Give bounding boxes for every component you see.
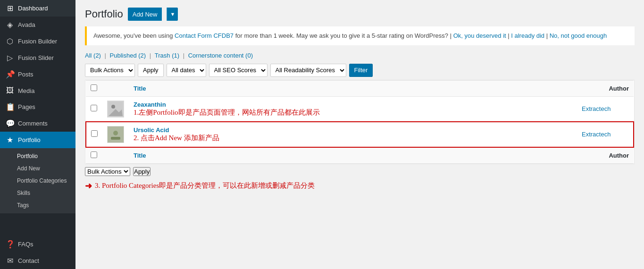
table-header-row: Title Author <box>86 80 634 96</box>
sidebar-item-label: Dashboard <box>18 5 48 12</box>
sidebar-item-label: Contact <box>18 257 39 264</box>
svg-point-4 <box>113 131 118 135</box>
sidebar-item-dashboard[interactable]: ⊞ Dashboard <box>0 0 75 17</box>
thumbnail-image-icon <box>109 102 123 116</box>
filter-tab-trash[interactable]: Trash (1) <box>155 52 179 59</box>
row-author-cell: Extractech <box>577 96 634 122</box>
row-title-link[interactable]: Zeaxanthin <box>134 101 166 108</box>
submenu-portfolio[interactable]: Portfolio <box>0 150 75 162</box>
sidebar-item-label: Fusion Builder <box>18 38 57 45</box>
bottom-apply-button[interactable]: Apply <box>133 167 151 176</box>
sidebar-item-comments[interactable]: 💬 Comments <box>0 115 75 132</box>
row-thumb-cell <box>102 96 129 122</box>
submenu-skills[interactable]: Skills <box>0 187 75 199</box>
sidebar-item-label: Pages <box>18 103 35 110</box>
notice-link-ok[interactable]: Ok, you deserved it <box>453 32 506 39</box>
footer-thumb-col <box>102 147 129 164</box>
row-thumbnail <box>107 101 124 118</box>
sidebar-item-label: Portfolio <box>18 136 41 143</box>
thumb-col-header <box>102 80 129 96</box>
notice-link-did[interactable]: I already did <box>511 32 544 39</box>
sidebar-item-label: Fusion Slider <box>18 54 54 61</box>
table-footer-row: Title Author <box>86 147 634 164</box>
sidebar-item-fusion-slider[interactable]: ▷ Fusion Slider <box>0 50 75 66</box>
sidebar-item-label: Posts <box>18 71 33 78</box>
filter-button[interactable]: Filter <box>349 64 373 77</box>
bulk-actions-select[interactable]: Bulk Actions <box>85 64 135 77</box>
apply-button[interactable]: Apply <box>138 64 164 77</box>
portfolio-icon: ★ <box>6 135 14 144</box>
filter-sep3: | <box>183 52 186 59</box>
active-arrow-icon: ◀ <box>65 136 70 144</box>
page-title: Portfolio <box>85 8 123 20</box>
fusion-slider-icon: ▷ <box>6 53 14 62</box>
footer-select-all-col <box>86 147 102 164</box>
annotation-3-container: ➜ 3. Portfolio Categories即是产品分类管理，可以在此新增… <box>85 181 635 191</box>
filter-sep2: | <box>150 52 153 59</box>
svg-point-1 <box>111 105 115 109</box>
annotation-2: 2. 点击Add New 添加新产品 <box>134 134 572 143</box>
footer-author-col: Author <box>577 147 634 164</box>
readability-scores-select[interactable]: All Readability Scores <box>270 64 346 77</box>
filter-tab-published[interactable]: Published (2) <box>110 52 146 59</box>
filter-tab-all[interactable]: All (2) <box>85 52 101 59</box>
author-col-header: Author <box>577 80 634 96</box>
row-checkbox[interactable] <box>91 130 98 137</box>
dashboard-icon: ⊞ <box>6 4 14 13</box>
sidebar-item-avada[interactable]: ◈ Avada <box>0 17 75 33</box>
submenu-tags[interactable]: Tags <box>0 199 75 211</box>
svg-rect-5 <box>111 137 120 140</box>
fusion-builder-icon: ⬡ <box>6 37 14 46</box>
annotation-1: 1.左侧Portfolio即是产品页面管理，网站所有产品都在此展示 <box>134 108 572 117</box>
notice-link-no[interactable]: No, not good enough <box>550 32 607 39</box>
thumbnail-photo-icon <box>109 127 123 142</box>
table-row: Zeaxanthin 1.左侧Portfolio即是产品页面管理，网站所有产品都… <box>86 96 634 122</box>
submenu-add-new[interactable]: Add New <box>0 162 75 175</box>
row-checkbox-cell <box>86 122 102 147</box>
page-header: Portfolio Add New ▼ <box>85 8 635 21</box>
sidebar-item-media[interactable]: 🖼 Media <box>0 83 75 99</box>
contact-icon: ✉ <box>6 256 14 265</box>
add-new-button[interactable]: Add New <box>128 8 162 21</box>
sidebar-item-faqs[interactable]: ❓ FAQs <box>0 236 75 252</box>
sidebar: ⊞ Dashboard ◈ Avada ⬡ Fusion Builder ▷ F… <box>0 0 75 269</box>
pages-icon: 📋 <box>6 102 14 111</box>
posts-icon: 📌 <box>6 70 14 79</box>
sidebar-item-label: Avada <box>18 21 35 28</box>
row-author-link[interactable]: Extractech <box>582 131 611 138</box>
avada-icon: ◈ <box>6 20 14 29</box>
sidebar-item-fusion-builder[interactable]: ⬡ Fusion Builder <box>0 33 75 50</box>
submenu-portfolio-categories[interactable]: Portfolio Categories <box>0 175 75 187</box>
notice-link-cfdb7[interactable]: Contact Form CFDB7 <box>175 32 234 39</box>
seo-scores-select[interactable]: All SEO Scores <box>209 64 268 77</box>
bottom-toolbar: Bulk Actions Apply <box>85 167 635 176</box>
annotation-3: 3. Portfolio Categories即是产品分类管理，可以在此新增或删… <box>95 181 315 190</box>
add-new-dropdown-button[interactable]: ▼ <box>167 8 178 21</box>
row-checkbox[interactable] <box>91 105 97 111</box>
row-thumb-cell <box>102 122 129 147</box>
annotation-arrow-3: ➜ <box>85 181 92 191</box>
portfolio-submenu: Portfolio Add New Portfolio Categories S… <box>0 148 75 213</box>
bottom-bulk-actions-select[interactable]: Bulk Actions <box>85 167 130 176</box>
row-author-link[interactable]: Extractech <box>582 105 611 112</box>
sidebar-item-pages[interactable]: 📋 Pages <box>0 99 75 115</box>
sidebar-item-label: Comments <box>18 120 48 127</box>
comments-icon: 💬 <box>6 119 14 128</box>
row-title-cell[interactable]: Ursolic Acid 2. 点击Add New 添加新产品 <box>129 122 577 147</box>
all-dates-select[interactable]: All dates <box>167 64 206 77</box>
select-all-checkbox[interactable] <box>91 84 97 91</box>
filter-tab-cornerstone[interactable]: Cornerstone content (0) <box>188 52 253 59</box>
row-title-cell[interactable]: Zeaxanthin 1.左侧Portfolio即是产品页面管理，网站所有产品都… <box>129 96 577 122</box>
footer-select-all-checkbox[interactable] <box>91 151 97 158</box>
notice-text-middle: for more than 1 week. May we ask you to … <box>235 32 453 39</box>
row-checkbox-cell <box>86 96 102 122</box>
top-toolbar: Bulk Actions Apply All dates All SEO Sco… <box>85 64 635 77</box>
title-col-header: Title <box>129 80 577 96</box>
sidebar-item-portfolio[interactable]: ★ Portfolio ◀ <box>0 132 75 148</box>
sidebar-item-contact[interactable]: ✉ Contact <box>0 252 75 269</box>
row-title-link[interactable]: Ursolic Acid <box>134 126 169 134</box>
sidebar-item-posts[interactable]: 📌 Posts <box>0 66 75 83</box>
select-all-col <box>86 80 102 96</box>
row-author-cell: Extractech <box>577 122 634 147</box>
notice-sep2: | <box>546 32 550 39</box>
